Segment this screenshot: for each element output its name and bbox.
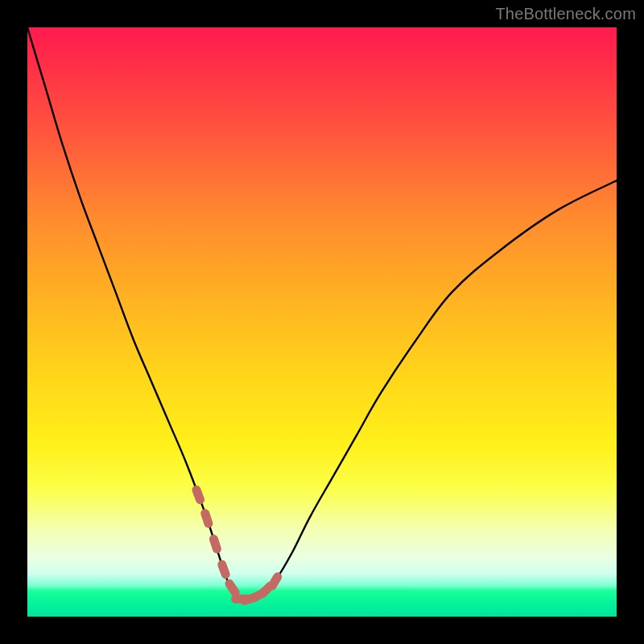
highlight-dash xyxy=(205,514,208,523)
chart-overlay-svg xyxy=(27,27,617,617)
bottleneck-curve xyxy=(27,27,617,601)
highlight-dash xyxy=(213,539,217,549)
highlight-dash xyxy=(272,577,278,586)
highlight-dash xyxy=(222,564,225,574)
frame-border-bottom xyxy=(0,617,644,644)
highlight-dash xyxy=(229,584,235,592)
frame-border-left xyxy=(0,0,27,644)
frame-border-right xyxy=(617,0,644,644)
plot-area xyxy=(27,27,617,617)
watermark-text: TheBottleneck.com xyxy=(495,5,636,23)
highlight-markers xyxy=(196,490,278,601)
highlight-dash xyxy=(196,490,200,500)
